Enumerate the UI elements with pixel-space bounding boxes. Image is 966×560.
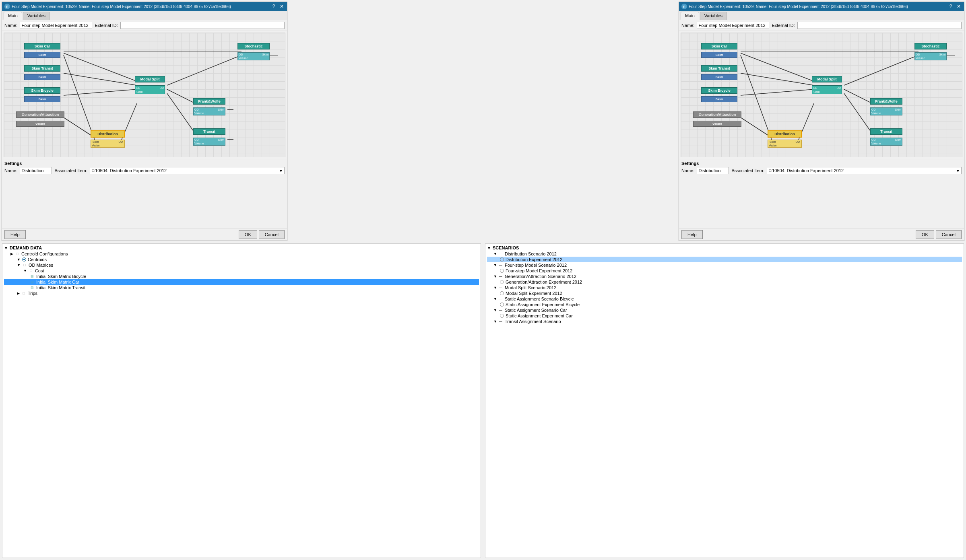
tab-variables-1[interactable]: Variables: [23, 12, 50, 20]
static-bicycle-scenario-group[interactable]: ▼ — Static Assignment Scenario Bicycle: [487, 296, 962, 302]
gen-attr-experiment-radio[interactable]: [500, 280, 504, 284]
transit-assignment-scenario-arrow[interactable]: ▼: [493, 319, 497, 323]
help-icon-2[interactable]: ?: [948, 4, 954, 9]
cost-arrow[interactable]: ▼: [23, 269, 27, 273]
node-skim3-1[interactable]: Skim: [24, 96, 60, 102]
static-bicycle-experiment-radio[interactable]: [500, 303, 504, 307]
node-transit-1[interactable]: Transit: [193, 128, 225, 135]
centroid-configurations-label: Centroid Configurations: [21, 251, 68, 256]
scenarios-arrow[interactable]: ▼: [487, 246, 491, 250]
node-skim-car-1[interactable]: Skim Car: [24, 43, 60, 49]
cost-item[interactable]: ▼ □ Cost: [4, 268, 479, 274]
node-skim-bicycle-2[interactable]: Skim Bicycle: [701, 87, 737, 94]
static-bicycle-experiment-item[interactable]: Static Assignment Experiment Bicycle: [487, 302, 962, 307]
node-modal-split-2[interactable]: Modal Split: [812, 76, 842, 82]
centroid-config-arrow[interactable]: ▶: [10, 252, 13, 256]
node-skim-transit-1[interactable]: Skim Transit: [24, 65, 60, 72]
skim-bicycle-item[interactable]: ⊞ Initial Skim Matrix Bicycle: [4, 274, 479, 279]
od-matrices-arrow[interactable]: ▼: [17, 263, 21, 267]
skim-car-item[interactable]: ⊞ Initial Skim Matrix Car: [4, 279, 479, 285]
settings-name-input-2[interactable]: [697, 167, 729, 174]
centroids-radio[interactable]: [22, 257, 26, 261]
centroids-item[interactable]: ▼ Centroids: [4, 257, 479, 262]
four-step-experiment-radio[interactable]: [500, 269, 504, 273]
fw-volume-2: Volume: [871, 111, 902, 115]
footer-right-1: OK Cancel: [239, 230, 285, 239]
od-matrices-item[interactable]: ▼ □ OD Matrices: [4, 262, 479, 268]
static-bicycle-scenario-arrow[interactable]: ▼: [493, 297, 497, 301]
dist-scenario-arrow[interactable]: ▼: [493, 252, 497, 256]
trips-arrow[interactable]: ▶: [17, 291, 20, 295]
help-button-1[interactable]: Help: [4, 230, 26, 239]
modal-split-experiment-radio[interactable]: [500, 291, 504, 295]
node-modal-split-1[interactable]: Modal Split: [135, 76, 165, 82]
cancel-button-2[interactable]: Cancel: [936, 230, 962, 239]
dist-experiment-radio[interactable]: [500, 257, 504, 261]
gen-attr-experiment-item[interactable]: Generation/Attraction Experiment 2012: [487, 279, 962, 285]
help-button-2[interactable]: Help: [681, 230, 703, 239]
settings-name-input-1[interactable]: [20, 167, 52, 174]
skim-transit-item[interactable]: ⊞ Initial Skim Matrix Transit: [4, 285, 479, 290]
close-icon-1[interactable]: ✕: [279, 4, 285, 9]
titlebar-right-2: ? ✕: [948, 4, 962, 9]
node-skim-car-2[interactable]: Skim Car: [701, 43, 737, 49]
tab-main-1[interactable]: Main: [4, 12, 22, 20]
node-skim3-2[interactable]: Skim: [701, 96, 737, 102]
node-gen-attr-1[interactable]: Generation/Attraction: [16, 111, 64, 118]
four-step-scenario-arrow[interactable]: ▼: [493, 263, 497, 267]
cancel-button-1[interactable]: Cancel: [259, 230, 285, 239]
node-frank-wolfe-1[interactable]: Frank&Wolfe: [193, 98, 225, 105]
extid-input-2[interactable]: [797, 22, 962, 29]
footer-right-2: OK Cancel: [916, 230, 962, 239]
node-stochastic-1[interactable]: Stochastic: [237, 43, 270, 49]
node-stochastic-2[interactable]: Stochastic: [914, 43, 947, 49]
four-step-experiment-item[interactable]: Four-step Model Experiment 2012: [487, 268, 962, 274]
svg-line-5: [64, 55, 95, 140]
dist-scenario-group[interactable]: ▼ — Distribution Scenario 2012: [487, 251, 962, 257]
node-frank-wolfe-2[interactable]: Frank&Wolfe: [870, 98, 902, 105]
ok-button-2[interactable]: OK: [916, 230, 934, 239]
ok-button-1[interactable]: OK: [239, 230, 257, 239]
node-vector-1[interactable]: Vector: [16, 121, 64, 127]
centroids-arrow[interactable]: ▼: [17, 257, 21, 261]
node-transit-2[interactable]: Transit: [870, 128, 902, 135]
static-car-experiment-radio[interactable]: [500, 314, 504, 318]
assoc-item-label-1: Associated Item:: [54, 168, 87, 173]
transit-assignment-scenario-group[interactable]: ▼ — Transit Assignment Scenario: [487, 319, 962, 324]
gen-attr-scenario-arrow[interactable]: ▼: [493, 274, 497, 278]
node-skim2-2[interactable]: Skim: [701, 74, 737, 80]
tab-main-2[interactable]: Main: [681, 12, 699, 20]
extid-input-1[interactable]: [120, 22, 285, 29]
static-car-scenario-group[interactable]: ▼ — Static Assignment Scenario Car: [487, 307, 962, 313]
close-icon-2[interactable]: ✕: [956, 4, 962, 9]
static-car-scenario-arrow[interactable]: ▼: [493, 308, 497, 312]
node-vector-2[interactable]: Vector: [693, 121, 741, 127]
help-icon-1[interactable]: ?: [271, 4, 277, 9]
node-skim1-2[interactable]: Skim: [701, 52, 737, 58]
gen-attr-scenario-group[interactable]: ▼ — Generation/Attraction Scenario 2012: [487, 274, 962, 279]
skim-transit-label-1: Skim Transit: [25, 66, 60, 71]
demand-data-arrow[interactable]: ▼: [4, 246, 8, 250]
modal-split-experiment-item[interactable]: Modal Split Experiment 2012: [487, 290, 962, 296]
node-distribution-2[interactable]: Distribution: [768, 130, 802, 138]
node-skim-transit-2[interactable]: Skim Transit: [701, 65, 737, 72]
scenarios-header[interactable]: ▼ SCENARIOS: [487, 245, 962, 250]
centroid-configurations-item[interactable]: ▶ □ Centroid Configurations: [4, 251, 479, 257]
modal-split-scenario-arrow[interactable]: ▼: [493, 286, 497, 290]
node-skim2-1[interactable]: Skim: [24, 74, 60, 80]
demand-data-header[interactable]: ▼ DEMAND DATA: [4, 245, 479, 250]
static-car-experiment-item[interactable]: Static Assignment Experiment Car: [487, 313, 962, 319]
node-skim1-1[interactable]: Skim: [24, 52, 60, 58]
node-gen-attr-2[interactable]: Generation/Attraction: [693, 111, 741, 118]
four-step-scenario-group[interactable]: ▼ — Four-step Model Scenario 2012: [487, 262, 962, 268]
node-skim-bicycle-1[interactable]: Skim Bicycle: [24, 87, 60, 94]
assoc-item-dropdown-1[interactable]: □ 10504: Distribution Experiment 2012 ▼: [90, 167, 285, 174]
name-input-1[interactable]: [20, 22, 92, 29]
trips-item[interactable]: ▶ □ Trips: [4, 290, 479, 296]
assoc-item-dropdown-2[interactable]: □ 10504: Distribution Experiment 2012 ▼: [767, 167, 962, 174]
dist-experiment-item[interactable]: Distribution Experiment 2012: [487, 257, 962, 262]
modal-split-scenario-group[interactable]: ▼ — Modal Split Scenario 2012: [487, 285, 962, 290]
tab-variables-2[interactable]: Variables: [700, 12, 727, 20]
node-distribution-1[interactable]: Distribution: [91, 130, 125, 138]
name-input-2[interactable]: [697, 22, 769, 29]
